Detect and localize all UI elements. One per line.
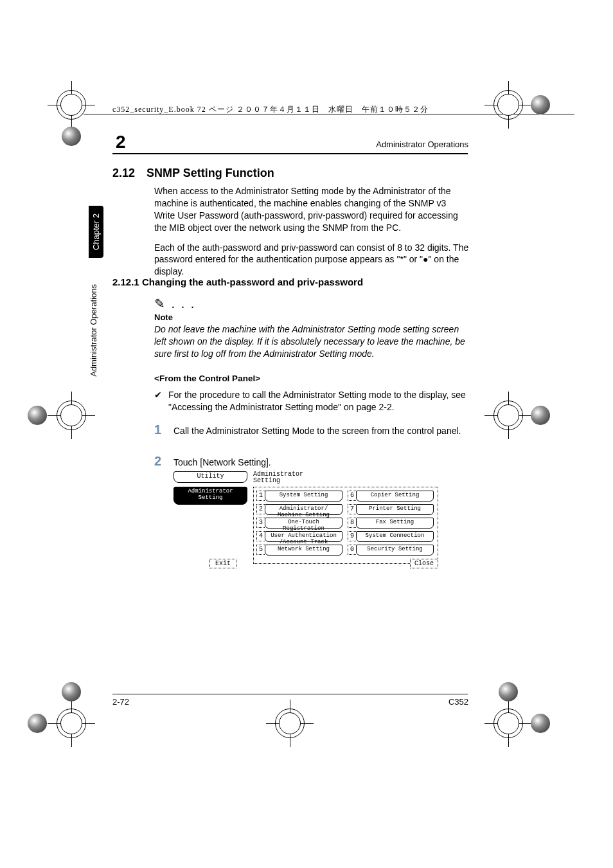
panel-right-column: Administrator Setting 1System Setting2Ad…	[253, 471, 438, 568]
subsection-number: 2.12.1	[112, 276, 139, 287]
section-title: SNMP Setting Function	[147, 167, 274, 180]
sphere-ornament	[531, 406, 550, 425]
menu-item-number: 7	[348, 504, 356, 514]
footer-rule	[112, 694, 468, 694]
menu-item-number: 3	[256, 518, 265, 528]
menu-item[interactable]: 6Copier Setting	[348, 490, 434, 502]
menu-item-label: One-Touch Registration	[265, 518, 342, 529]
footer-model: C352	[449, 697, 468, 707]
menu-item[interactable]: 9System Connection	[348, 530, 434, 542]
menu-item-label: Network Setting	[265, 545, 342, 556]
menu-item-label: Printer Setting	[356, 504, 434, 515]
panel-left-column: Utility Administrator Setting Exit	[173, 471, 247, 568]
menu-item-label: Copier Setting	[356, 491, 434, 502]
section-heading: 2.12 SNMP Setting Function	[112, 167, 274, 180]
footer-page-number: 2-72	[112, 697, 129, 707]
section-body: When access to the Administrator Setting…	[154, 185, 469, 285]
registration-mark	[493, 401, 523, 430]
registration-mark	[493, 90, 523, 120]
sphere-ornament	[62, 127, 81, 146]
panel-title: Administrator Setting	[253, 471, 438, 484]
sphere-ornament	[28, 714, 47, 733]
menu-item[interactable]: 0Security Setting	[348, 544, 434, 556]
menu-grid: 1System Setting2Administrator/ Machine S…	[253, 487, 438, 564]
menu-item-label: Security Setting	[356, 545, 434, 556]
menu-item-label: Administrator/ Machine Setting	[265, 504, 342, 515]
registration-mark	[57, 709, 86, 738]
step-text: Touch [Network Setting].	[173, 455, 271, 469]
registration-mark	[275, 709, 305, 738]
close-button[interactable]: Close	[410, 559, 438, 568]
menu-item-number: 4	[256, 531, 265, 541]
menu-item-number: 9	[348, 531, 356, 541]
header-underline	[112, 153, 468, 154]
step-number: 1	[154, 423, 173, 437]
menu-item-number: 1	[256, 491, 265, 501]
menu-item[interactable]: 5Network Setting	[256, 544, 342, 556]
running-head: Administrator Operations	[376, 140, 468, 149]
note-icon: ✎ . . .	[154, 296, 469, 311]
menu-item-label: User Authentication /Account Track	[265, 531, 342, 542]
menu-item-number: 5	[256, 545, 265, 555]
menu-item-label: System Setting	[265, 491, 342, 502]
checklist-item: ✔ For the procedure to call the Administ…	[154, 389, 469, 413]
step-text: Call the Administrator Setting Mode to t…	[173, 423, 461, 437]
sphere-ornament	[499, 682, 518, 701]
menu-item-number: 8	[348, 518, 356, 528]
registration-mark	[57, 90, 86, 120]
registration-mark	[493, 709, 523, 738]
sphere-ornament	[62, 682, 81, 701]
administrator-setting-tab[interactable]: Administrator Setting	[173, 487, 247, 505]
sphere-ornament	[531, 95, 550, 114]
step-1: 1 Call the Administrator Setting Mode to…	[154, 423, 469, 437]
menu-item[interactable]: 8Fax Setting	[348, 517, 434, 529]
menu-item-label: System Connection	[356, 531, 434, 542]
subsection-heading: 2.12.1 Changing the auth-password and pr…	[112, 276, 363, 287]
registration-mark	[57, 401, 86, 430]
subsection-title: Changing the auth-password and priv-pass…	[142, 276, 363, 287]
control-panel-figure: Utility Administrator Setting Exit Admin…	[173, 471, 438, 568]
sphere-ornament	[531, 714, 550, 733]
menu-item[interactable]: 1System Setting	[256, 490, 342, 502]
menu-item[interactable]: 7Printer Setting	[348, 503, 434, 515]
side-tab-operations: Administrator Operations	[89, 284, 98, 377]
step-number: 2	[154, 455, 173, 469]
side-tab-chapter: Chapter 2	[89, 206, 103, 258]
check-icon: ✔	[154, 389, 168, 413]
note-text: Do not leave the machine with the Admini…	[154, 323, 469, 360]
menu-item[interactable]: 3One-Touch Registration	[256, 517, 342, 529]
chapter-number: 2	[116, 132, 126, 152]
note-label: Note	[154, 312, 469, 322]
menu-item-number: 0	[348, 545, 356, 555]
section-number: 2.12	[112, 167, 135, 180]
menu-item-label: Fax Setting	[356, 518, 434, 529]
section-para1: When access to the Administrator Setting…	[154, 185, 469, 234]
section-para2: Each of the auth-password and priv-passw…	[154, 242, 469, 278]
menu-item[interactable]: 4User Authentication /Account Track	[256, 530, 342, 542]
note-block: ✎ . . . Note Do not leave the machine wi…	[154, 296, 469, 360]
step-2: 2 Touch [Network Setting].	[154, 455, 469, 469]
sphere-ornament	[28, 406, 47, 425]
menu-item-number: 6	[348, 491, 356, 501]
exit-button[interactable]: Exit	[209, 559, 236, 568]
menu-item[interactable]: 2Administrator/ Machine Setting	[256, 503, 342, 515]
menu-item-number: 2	[256, 504, 265, 514]
from-control-panel-heading: <From the Control Panel>	[154, 374, 260, 383]
utility-tab[interactable]: Utility	[173, 471, 247, 483]
checklist-text: For the procedure to call the Administra…	[168, 389, 469, 413]
file-header-text: c352_security_E.book 72 ページ ２００７年４月１１日 水…	[112, 104, 429, 115]
